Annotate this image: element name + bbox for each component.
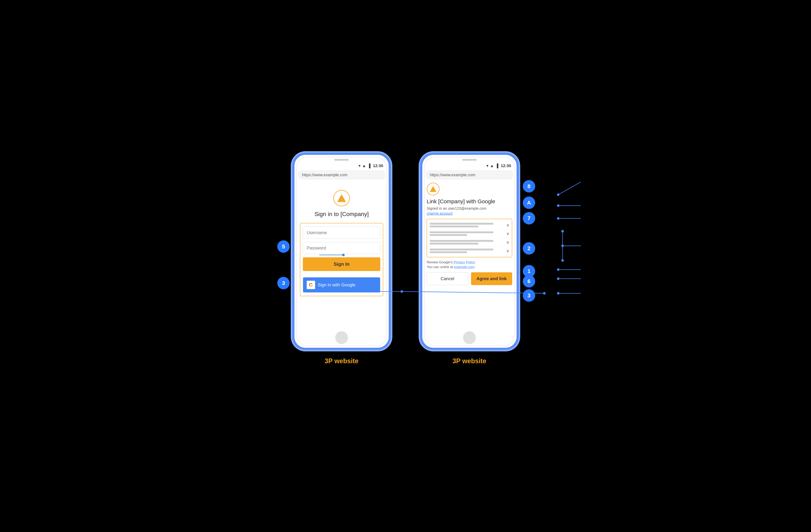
svg-point-7 (557, 204, 560, 207)
phone1-time: 12:30 (373, 164, 383, 168)
annotation-3: 3 (523, 289, 535, 302)
svg-line-4 (558, 182, 581, 195)
cancel-button[interactable]: Cancel (427, 272, 468, 285)
svg-point-16 (557, 268, 560, 271)
battery-icon2: ▐ (495, 164, 498, 168)
phone2: ▾ ▲ ▐ 12:30 https://www.example.com Link… (420, 153, 519, 350)
chevron-icon-3[interactable]: ∨ (506, 240, 509, 245)
username-input[interactable] (303, 227, 380, 239)
phone2-company-logo (427, 183, 440, 195)
perm-line (430, 231, 493, 233)
perm-line (430, 223, 493, 225)
permission-row-1: ∨ (430, 221, 509, 230)
perm-lines-2 (430, 231, 505, 236)
sign-in-button[interactable]: Sign In (303, 257, 380, 271)
signal-icon2: ▲ (490, 164, 494, 168)
phone2-label: 3P website (453, 357, 486, 365)
phone2-logo-triangle (430, 186, 437, 192)
main-container: ▾ ▲ ▐ 12:30 https://www.example.com Sign… (292, 153, 519, 365)
chevron-icon-4[interactable]: ∨ (506, 248, 509, 253)
phone2-wrapper: ▾ ▲ ▐ 12:30 https://www.example.com Link… (420, 153, 519, 365)
phone2-time: 12:30 (501, 164, 511, 168)
privacy-policy-link[interactable]: Privacy Policy (454, 260, 475, 264)
phone1-status-icons: ▾ ▲ ▐ 12:30 (358, 164, 383, 168)
perm-line (430, 248, 493, 250)
google-icon: G (307, 281, 315, 289)
g-logo: G (309, 282, 313, 288)
perm-line (430, 251, 467, 253)
chevron-icon-1[interactable]: ∨ (506, 223, 509, 228)
password-input[interactable] (303, 242, 380, 254)
perm-lines-1 (430, 223, 505, 227)
link-title: Link [Company] with Google (427, 198, 512, 204)
perm-line (430, 240, 493, 242)
annotation-8: 8 (523, 180, 535, 193)
phone1-status-bar: ▾ ▲ ▐ 12:30 (294, 163, 389, 169)
phone2-status-bar: ▾ ▲ ▐ 12:30 (422, 163, 517, 169)
signed-in-text: Signed in as user123@example.com (427, 207, 512, 211)
permission-row-4: ∨ (430, 247, 509, 255)
phone2-speaker (462, 159, 477, 161)
svg-point-13 (561, 245, 564, 247)
svg-point-9 (557, 217, 560, 220)
annotation-5: 5 (277, 240, 290, 253)
phone1-label: 3P website (325, 357, 358, 365)
wifi-icon2: ▾ (486, 164, 488, 168)
perm-line (430, 243, 478, 245)
diagrams-area: ▾ ▲ ▐ 12:30 https://www.example.com Sign… (292, 153, 519, 365)
action-buttons: Cancel Agree and link (427, 272, 512, 285)
permission-row-2: ∨ (430, 230, 509, 238)
phone1-address-bar[interactable]: https://www.example.com (298, 171, 385, 179)
svg-point-18 (557, 277, 560, 280)
change-account-link[interactable]: change account (427, 211, 453, 215)
chevron-icon-2[interactable]: ∨ (506, 231, 509, 236)
svg-point-14 (561, 259, 564, 262)
agree-link-button[interactable]: Agree and link (471, 272, 512, 285)
phone2-status-icons: ▾ ▲ ▐ 12:30 (486, 164, 511, 168)
phone1-home-button[interactable] (335, 331, 348, 344)
svg-point-5 (557, 193, 560, 196)
phone1-speaker (334, 159, 349, 161)
phone2-home-button[interactable] (463, 331, 476, 344)
perm-line (430, 234, 467, 236)
annotation-7: 7 (523, 212, 535, 225)
phone2-address-bar[interactable]: https://www.example.com (426, 171, 513, 179)
phone1-form-fields: Sign In G Sign in with Google (300, 223, 383, 296)
phone2-screen: Link [Company] with Google Signed in as … (422, 181, 517, 328)
phone1-screen: Sign in to [Company] Sign In G Sign in w… (294, 181, 389, 328)
annotation-2: 2 (523, 242, 535, 255)
phone1-logo-triangle (337, 194, 346, 202)
google-signin-button[interactable]: G Sign in with Google (303, 277, 380, 292)
perm-lines-4 (430, 248, 505, 253)
phone1: ▾ ▲ ▐ 12:30 https://www.example.com Sign… (292, 153, 391, 350)
unlink-text: You can unlink at example.com (427, 265, 512, 269)
policy-text: Review Google's Privacy Policy (427, 260, 512, 264)
battery-icon: ▐ (368, 164, 370, 168)
phone1-signin-title: Sign in to [Company] (315, 211, 369, 217)
svg-point-12 (561, 230, 564, 232)
wifi-icon: ▾ (358, 164, 361, 168)
unlink-link[interactable]: example.com (454, 265, 475, 269)
annotation-6: 6 (523, 275, 535, 287)
svg-point-20 (557, 292, 560, 294)
phone1-company-logo (333, 190, 350, 207)
perm-lines-3 (430, 240, 505, 245)
svg-point-22 (543, 292, 546, 294)
perm-line (430, 226, 478, 227)
link-screen: Link [Company] with Google Signed in as … (427, 183, 512, 285)
google-signin-label: Sign in with Google (318, 282, 355, 287)
phone1-wrapper: ▾ ▲ ▐ 12:30 https://www.example.com Sign… (292, 153, 391, 365)
signal-icon: ▲ (362, 164, 366, 168)
annotation-4: 3 (277, 277, 290, 289)
permission-items: ∨ ∨ (427, 219, 512, 257)
annotation-A: A (523, 197, 535, 209)
permission-row-3: ∨ (430, 238, 509, 247)
